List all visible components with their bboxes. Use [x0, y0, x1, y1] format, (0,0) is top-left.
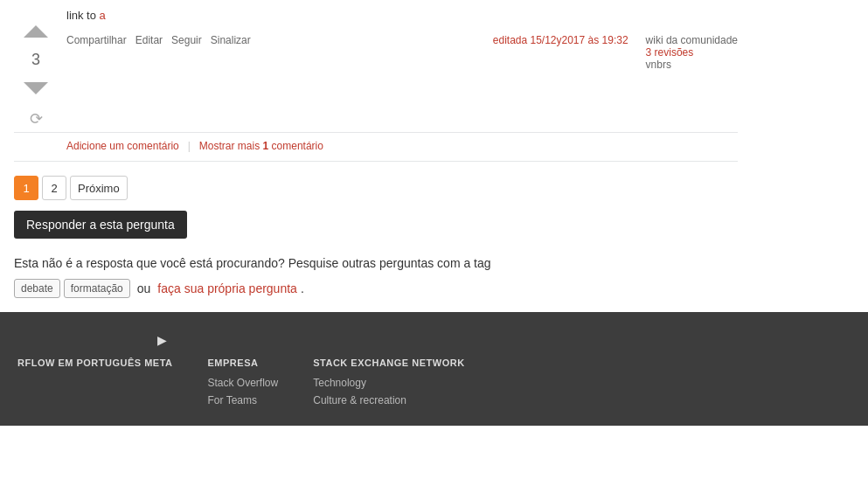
add-comment-link[interactable]: Adicione um comentário — [66, 140, 179, 152]
downvote-icon — [24, 82, 48, 94]
upvote-icon — [24, 25, 48, 38]
footer-col-network-title: STACK EXCHANGE NETWORK — [313, 358, 464, 368]
footer-technology-link[interactable]: Technology — [313, 377, 464, 389]
show-more-comments-link[interactable]: Mostrar mais 1 comentário — [199, 140, 323, 152]
period: . — [301, 281, 304, 295]
footer-col-meta: RFLOW EM PORTUGUÊS META — [17, 358, 173, 412]
revisions-link[interactable]: 3 revisões — [646, 46, 694, 59]
post-section: 3 ⟳ link to a Compartilhar Editar Seguir… — [14, 0, 738, 133]
post-body: link to a Compartilhar Editar Seguir Sin… — [58, 9, 738, 128]
vote-down-button[interactable] — [20, 73, 52, 104]
footer-stackoverflow-link[interactable]: Stack Overflow — [208, 377, 279, 389]
pagination: 1 2 Próximo — [14, 176, 738, 200]
next-page-button[interactable]: Próximo — [70, 176, 128, 200]
share-link[interactable]: Compartilhar — [66, 34, 127, 46]
action-bar: Compartilhar Editar Seguir Sinalizar edi… — [66, 27, 738, 74]
community-wiki: wiki da comunidade 3 revisões vnbrs — [646, 34, 738, 71]
vote-up-button[interactable] — [20, 16, 52, 47]
not-answer-section: Esta não é a resposta que você está proc… — [14, 256, 738, 298]
edit-info: editada 15/12y2017 às 19:32 — [493, 34, 628, 46]
follow-link[interactable]: Seguir — [171, 34, 202, 46]
comment-divider: | — [188, 140, 191, 152]
community-wiki-label: wiki da comunidade — [646, 34, 738, 46]
footer-forteams-link[interactable]: For Teams — [208, 394, 279, 406]
tag-debate[interactable]: debate — [14, 279, 60, 298]
footer-col-meta-title: RFLOW EM PORTUGUÊS META — [17, 358, 173, 368]
link-to-label: link to a — [66, 9, 738, 27]
flag-link[interactable]: Sinalizar — [211, 34, 251, 46]
tag-formatacao[interactable]: formatação — [64, 279, 130, 298]
vote-section: 3 ⟳ — [14, 9, 58, 128]
footer-col-empresa: EMPRESA Stack Overflow For Teams — [208, 358, 279, 412]
or-text: ou — [137, 281, 151, 295]
answer-question-button[interactable]: Responder a esta pergunta — [14, 211, 187, 239]
answer-button-container: Responder a esta pergunta — [14, 211, 738, 239]
footer-columns: RFLOW EM PORTUGUÊS META EMPRESA Stack Ov… — [17, 358, 851, 412]
footer-culture-link[interactable]: Culture & recreation — [313, 394, 464, 406]
ask-question-link[interactable]: faça sua própria pergunta — [157, 281, 297, 295]
page-2-button[interactable]: 2 — [42, 176, 66, 200]
footer: ▶ RFLOW EM PORTUGUÊS META EMPRESA Stack … — [0, 312, 868, 426]
link-anchor[interactable]: a — [100, 9, 106, 22]
page-1-button[interactable]: 1 — [14, 176, 38, 200]
footer-col-network: STACK EXCHANGE NETWORK Technology Cultur… — [313, 358, 464, 412]
vote-count: 3 — [31, 47, 40, 73]
action-links: Compartilhar Editar Seguir Sinalizar — [66, 34, 251, 46]
cursor-indicator: ▶ — [157, 333, 167, 347]
history-icon[interactable]: ⟳ — [30, 109, 43, 128]
tags-row: debate formatação ou faça sua própria pe… — [14, 279, 738, 298]
footer-col-empresa-title: EMPRESA — [208, 358, 279, 368]
comment-links: Adicione um comentário | Mostrar mais 1 … — [66, 140, 738, 152]
edit-link[interactable]: Editar — [135, 34, 163, 46]
author-label: vnbrs — [646, 59, 738, 71]
not-answer-text: Esta não é a resposta que você está proc… — [14, 256, 738, 270]
comments-area: Adicione um comentário | Mostrar mais 1 … — [14, 133, 738, 162]
